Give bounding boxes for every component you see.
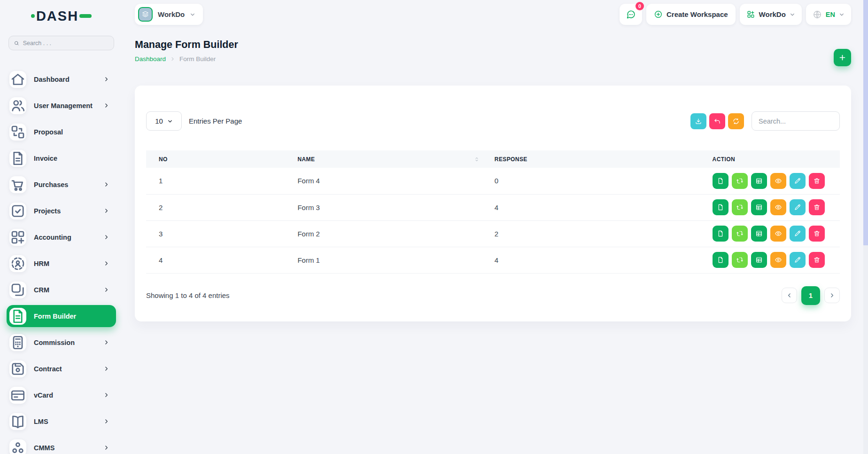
duplicate-button[interactable] <box>713 252 728 268</box>
table-row: 2Form 34 <box>146 194 840 220</box>
entries-per-page-value: 10 <box>155 117 163 125</box>
next-page-button[interactable] <box>824 288 840 303</box>
workspace-switcher[interactable]: WorkDo <box>740 4 802 25</box>
eye-icon <box>775 230 782 237</box>
edit-button[interactable] <box>790 252 806 268</box>
chevron-right-icon <box>103 208 109 214</box>
workspace-name: WorkDo <box>158 10 185 18</box>
cell-actions <box>700 194 840 220</box>
contract-icon <box>9 360 26 377</box>
chevron-right-icon <box>103 366 109 372</box>
duplicate-button[interactable] <box>713 173 728 189</box>
refresh-button[interactable] <box>728 113 744 129</box>
entries-button[interactable] <box>751 226 767 242</box>
current-page-button[interactable]: 1 <box>801 286 820 305</box>
sidebar-item-label: Purchases <box>34 181 68 188</box>
convert-button[interactable] <box>732 226 748 242</box>
undo-button[interactable] <box>709 113 725 129</box>
page-scrollbar[interactable] <box>863 0 868 454</box>
chevron-down-icon <box>790 12 795 17</box>
chevron-right-icon <box>103 339 109 345</box>
convert-button[interactable] <box>732 173 748 189</box>
sidebar-item-hrm[interactable]: HRM <box>7 252 116 274</box>
entries-button[interactable] <box>751 252 767 268</box>
preview-button[interactable] <box>770 226 786 242</box>
sidebar-item-label: Projects <box>34 207 61 215</box>
messages-button[interactable]: 0 <box>620 4 642 25</box>
table-search-input[interactable] <box>752 111 840 131</box>
duplicate-button[interactable] <box>713 226 728 242</box>
edit-button[interactable] <box>790 199 806 215</box>
export-button[interactable] <box>690 113 706 129</box>
globe-icon <box>813 10 822 19</box>
swap-arrows-icon <box>736 204 744 211</box>
sidebar-item-purchases[interactable]: Purchases <box>7 173 116 196</box>
sidebar-item-lms[interactable]: LMS <box>7 410 116 432</box>
pencil-icon <box>794 177 801 185</box>
workspace-selector[interactable]: WorkDo <box>135 4 203 25</box>
accounting-icon <box>9 229 26 246</box>
topbar: WorkDo 0 Create Workspace WorkDo <box>135 0 851 25</box>
sidebar-item-accounting[interactable]: Accounting <box>7 226 116 248</box>
add-form-button[interactable] <box>834 49 851 66</box>
duplicate-button[interactable] <box>713 199 728 215</box>
chevron-right-icon <box>103 76 109 82</box>
edit-button[interactable] <box>790 173 806 189</box>
sidebar-item-form-builder[interactable]: Form Builder <box>7 305 116 327</box>
sidebar-item-dashboard[interactable]: Dashboard <box>7 68 116 90</box>
chevron-down-icon <box>190 12 195 17</box>
download-icon <box>695 117 702 125</box>
cell-actions <box>700 168 840 194</box>
sidebar-item-proposal[interactable]: Proposal <box>7 121 116 143</box>
sidebar-item-label: Accounting <box>34 234 71 241</box>
table-icon <box>755 230 763 237</box>
sidebar-item-commission[interactable]: Commission <box>7 331 116 353</box>
delete-button[interactable] <box>809 252 825 268</box>
preview-button[interactable] <box>770 199 786 215</box>
sidebar-search[interactable] <box>8 36 114 50</box>
sidebar-item-projects[interactable]: Projects <box>7 200 116 222</box>
delete-button[interactable] <box>809 199 825 215</box>
sidebar-search-input[interactable] <box>23 40 109 47</box>
preview-button[interactable] <box>770 252 786 268</box>
cell-response: 0 <box>482 168 700 194</box>
entries-button[interactable] <box>751 173 767 189</box>
sidebar-item-invoice[interactable]: Invoice <box>7 147 116 169</box>
sidebar-item-crm[interactable]: CRM <box>7 279 116 301</box>
entries-button[interactable] <box>751 199 767 215</box>
convert-button[interactable] <box>732 252 748 268</box>
sort-icon <box>473 156 480 163</box>
sidebar-item-vcard[interactable]: vCard <box>7 384 116 406</box>
message-icon <box>626 9 636 20</box>
sidebar-item-label: LMS <box>34 418 48 425</box>
cell-name: Form 3 <box>285 194 481 220</box>
cart-icon <box>9 176 26 193</box>
create-workspace-button[interactable]: Create Workspace <box>646 4 736 25</box>
lms-icon <box>9 413 26 430</box>
breadcrumb-dashboard-link[interactable]: Dashboard <box>135 55 166 63</box>
previous-page-button[interactable] <box>782 288 797 303</box>
delete-button[interactable] <box>809 226 825 242</box>
invoice-icon <box>9 150 26 167</box>
table-body: 1Form 402Form 343Form 224Form 14 <box>146 168 840 273</box>
sidebar-item-cmms[interactable]: CMMS <box>7 437 116 454</box>
forms-table: NONAMERESPONSEACTION 1Form 402Form 343Fo… <box>146 150 840 274</box>
delete-button[interactable] <box>809 173 825 189</box>
scrollbar-thumb[interactable] <box>863 0 868 245</box>
edit-button[interactable] <box>790 226 806 242</box>
page-header: Manage Form Builder Dashboard Form Build… <box>135 39 851 66</box>
topbar-actions: 0 Create Workspace WorkDo EN <box>620 4 851 25</box>
convert-button[interactable] <box>732 199 748 215</box>
entries-per-page-select[interactable]: 10 <box>146 111 182 131</box>
preview-button[interactable] <box>770 173 786 189</box>
column-header-name[interactable]: NAME <box>285 150 481 168</box>
column-header-no: NO <box>146 150 285 168</box>
language-selector[interactable]: EN <box>806 4 851 25</box>
column-header-action: ACTION <box>700 150 840 168</box>
chevron-right-icon <box>103 260 109 266</box>
sidebar-item-contract[interactable]: Contract <box>7 358 116 380</box>
building-icon <box>141 10 149 18</box>
sidebar-item-user-management[interactable]: User Management <box>7 94 116 117</box>
workspace-avatar <box>138 7 153 22</box>
sidebar-item-label: Invoice <box>34 155 57 162</box>
